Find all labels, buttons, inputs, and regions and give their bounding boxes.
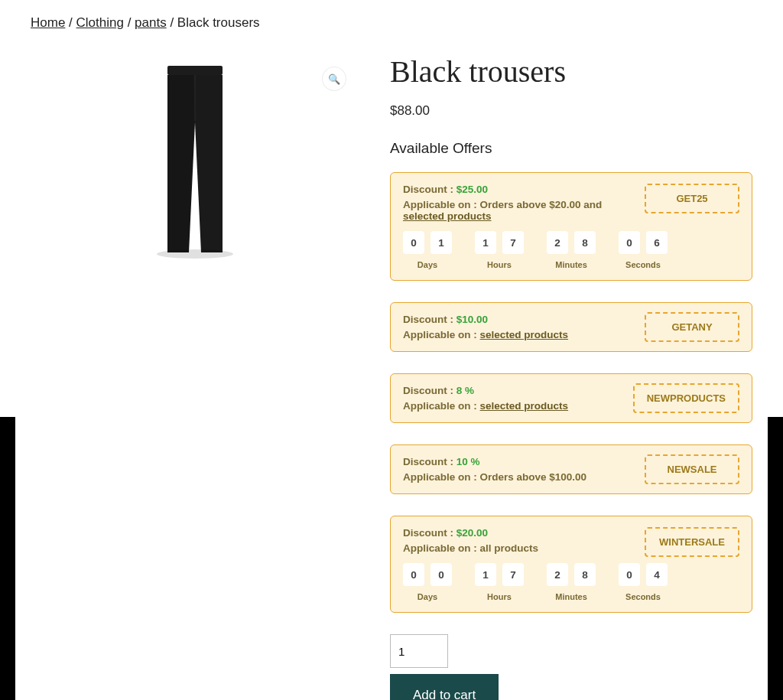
- product-gallery: 🔍: [31, 54, 359, 700]
- breadcrumb-home[interactable]: Home: [31, 15, 65, 30]
- countdown-cell: 1: [475, 563, 496, 586]
- selected-products-link[interactable]: selected products: [480, 400, 569, 412]
- offer-card: Discount : $10.00 Applicable on : select…: [390, 302, 752, 352]
- discount-value: $10.00: [456, 314, 488, 325]
- product-title: Black trousers: [390, 54, 752, 90]
- countdown-cell: 0: [403, 231, 424, 254]
- selected-products-link[interactable]: selected products: [480, 329, 569, 340]
- countdown-cell: 4: [646, 563, 668, 586]
- svg-rect-0: [167, 66, 223, 75]
- coupon-code[interactable]: GET25: [645, 184, 739, 213]
- offer-card: Discount : $20.00 Applicable on : all pr…: [390, 516, 752, 613]
- countdown-cell: 2: [547, 231, 568, 254]
- quantity-input[interactable]: [390, 634, 448, 668]
- offer-card: Discount : $25.00 Applicable on : Orders…: [390, 172, 752, 281]
- add-to-cart-form: Add to cart: [390, 634, 752, 700]
- breadcrumb-current: Black trousers: [177, 15, 260, 30]
- add-to-cart-button[interactable]: Add to cart: [390, 674, 499, 700]
- breadcrumb-pants[interactable]: pants: [135, 15, 167, 30]
- countdown-cell: 1: [475, 231, 496, 254]
- discount-value: 10 %: [456, 456, 480, 467]
- coupon-code[interactable]: NEWPRODUCTS: [633, 383, 739, 413]
- offer-card: Discount : 8 % Applicable on : selected …: [390, 373, 752, 423]
- coupon-code[interactable]: NEWSALE: [645, 454, 739, 484]
- product: 🔍 Black trousers $88.00 Avai: [31, 54, 752, 700]
- breadcrumb: Home / Clothing / pants / Black trousers: [31, 15, 752, 31]
- countdown-cell: 6: [646, 231, 668, 254]
- countdown: 0 0 Days 1 7 Hours: [403, 563, 629, 601]
- countdown-cell: 1: [430, 231, 452, 254]
- svg-point-1: [157, 249, 233, 259]
- breadcrumb-clothing[interactable]: Clothing: [76, 15, 124, 30]
- product-image[interactable]: [111, 61, 279, 260]
- product-summary: Black trousers $88.00 Available Offers D…: [390, 54, 752, 700]
- countdown-cell: 0: [619, 563, 640, 586]
- available-offers-heading: Available Offers: [390, 140, 752, 157]
- coupon-code[interactable]: WINTERSALE: [645, 527, 739, 557]
- countdown-cell: 0: [619, 231, 640, 254]
- countdown-cell: 8: [574, 563, 596, 586]
- countdown-cell: 2: [547, 563, 568, 586]
- discount-value: 8 %: [456, 385, 474, 396]
- countdown-cell: 7: [502, 231, 524, 254]
- countdown-cell: 0: [403, 563, 424, 586]
- selected-products-link[interactable]: selected products: [403, 210, 492, 222]
- countdown-cell: 0: [430, 563, 452, 586]
- coupon-code[interactable]: GETANY: [645, 312, 739, 342]
- product-price: $88.00: [390, 103, 752, 119]
- discount-value: $25.00: [456, 184, 488, 195]
- countdown-cell: 8: [574, 231, 596, 254]
- discount-value: $20.00: [456, 527, 488, 539]
- countdown-cell: 7: [502, 563, 524, 586]
- countdown: 0 1 Days 1 7 Hours: [403, 231, 629, 269]
- zoom-icon[interactable]: 🔍: [323, 67, 346, 90]
- offer-card: Discount : 10 % Applicable on : Orders a…: [390, 444, 752, 494]
